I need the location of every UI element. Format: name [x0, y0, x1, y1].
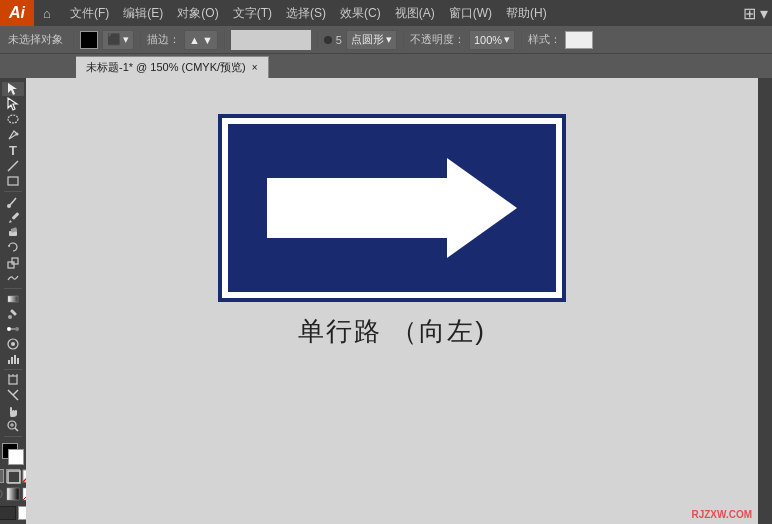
svg-point-6 [7, 204, 11, 208]
tool-slice[interactable] [2, 388, 24, 402]
style-swatch[interactable] [565, 31, 593, 49]
bg-color-swatch [8, 449, 24, 465]
opacity-val: 100% [474, 34, 502, 46]
tool-symbol[interactable] [2, 337, 24, 351]
svg-rect-14 [8, 296, 18, 302]
tool-eyedropper[interactable] [2, 307, 24, 321]
stroke-mode-icon[interactable] [6, 469, 20, 483]
tool-rotate[interactable] [2, 240, 24, 254]
stroke-up[interactable]: ▲ [189, 34, 200, 46]
options-toolbar: 未选择对象 ⬛ ▾ 描边： ▲ ▼ 5 点圆形 ▾ 不透明度： 100% ▾ 样… [0, 26, 772, 54]
svg-line-31 [13, 390, 18, 395]
sign-caption: 单行路 （向左) [298, 314, 486, 349]
canvas-area[interactable]: 单行路 （向左) RJZXW.COM [26, 78, 758, 524]
tool-type[interactable]: T [2, 143, 24, 158]
fill-bg-swatch[interactable] [2, 443, 24, 465]
toolbar-sep-5 [403, 31, 404, 49]
stroke-spin[interactable]: ▲ ▼ [184, 30, 218, 50]
menu-window[interactable]: 窗口(W) [443, 3, 498, 24]
svg-rect-23 [11, 357, 13, 364]
shape-chevron: ▾ [386, 33, 392, 46]
stroke-label: 描边： [147, 32, 180, 47]
fill-swatch[interactable] [80, 31, 98, 49]
left-toolbar: T [0, 78, 26, 524]
menu-help[interactable]: 帮助(H) [500, 3, 553, 24]
tool-rect[interactable] [2, 174, 24, 188]
fill-chevron: ▾ [123, 33, 129, 46]
svg-rect-22 [8, 360, 10, 364]
tool-artboard[interactable] [2, 373, 24, 387]
arrow-head [447, 158, 517, 258]
menu-bar: Ai ⌂ 文件(F) 编辑(E) 对象(O) 文字(T) 选择(S) 效果(C)… [0, 0, 772, 26]
watermark: RJZXW.COM [691, 509, 752, 520]
fill-mode-icon[interactable] [0, 469, 4, 483]
svg-rect-26 [9, 376, 17, 384]
menu-type[interactable]: 文字(T) [227, 3, 278, 24]
opacity-chevron: ▾ [504, 33, 510, 46]
app-logo: Ai [0, 0, 34, 26]
home-icon[interactable]: ⌂ [34, 0, 60, 26]
main-area: T [0, 78, 772, 524]
menu-effect[interactable]: 效果(C) [334, 3, 387, 24]
active-tab[interactable]: 未标题-1* @ 150% (CMYK/预览) × [76, 56, 269, 78]
svg-point-17 [7, 327, 11, 331]
tab-label: 未标题-1* @ 150% (CMYK/预览) [86, 60, 246, 75]
color-icon[interactable] [0, 487, 4, 501]
shape-dropdown[interactable]: 点圆形 ▾ [346, 30, 397, 50]
tool-direct-select[interactable] [2, 97, 24, 111]
tool-warp[interactable] [2, 271, 24, 285]
svg-marker-1 [8, 98, 17, 110]
tab-close-btn[interactable]: × [252, 62, 258, 73]
right-panel [758, 78, 772, 524]
tool-hand[interactable] [2, 403, 24, 417]
stroke-down[interactable]: ▼ [202, 34, 213, 46]
menu-view[interactable]: 视图(A) [389, 3, 441, 24]
tool-paintbrush[interactable] [2, 195, 24, 209]
arrow-shape [267, 158, 517, 258]
road-sign-board [222, 118, 562, 298]
menu-edit[interactable]: 编辑(E) [117, 3, 169, 24]
svg-point-3 [16, 132, 19, 135]
svg-rect-25 [17, 358, 19, 364]
menu-select[interactable]: 选择(S) [280, 3, 332, 24]
fill-dropdown[interactable]: ⬛ ▾ [102, 30, 134, 50]
tool-sep-3 [4, 369, 22, 370]
stroke-field[interactable] [231, 30, 311, 50]
tool-scale[interactable] [2, 256, 24, 270]
tool-select[interactable] [2, 82, 24, 96]
tool-pen[interactable] [2, 128, 24, 142]
menu-file[interactable]: 文件(F) [64, 3, 115, 24]
sign-container: 单行路 （向左) [222, 118, 562, 349]
tool-zoom[interactable] [2, 419, 24, 433]
tool-blend[interactable] [2, 322, 24, 336]
toolbar-sep-4 [317, 31, 318, 49]
svg-line-33 [15, 428, 18, 431]
tool-line[interactable] [2, 159, 24, 173]
tool-eraser[interactable] [2, 225, 24, 239]
color-sep [4, 436, 22, 437]
svg-rect-24 [14, 355, 16, 364]
svg-rect-13 [12, 258, 18, 264]
fill-icon: ⬛ [107, 33, 121, 46]
menu-object[interactable]: 对象(O) [171, 3, 224, 24]
black-swatch[interactable] [0, 506, 16, 520]
opacity-dropdown[interactable]: 100% ▾ [469, 30, 515, 50]
menu-right: ⊞ ▾ [743, 4, 772, 23]
svg-point-21 [11, 342, 15, 346]
toolbar-sep-1 [73, 31, 74, 49]
grid-icon[interactable]: ⊞ ▾ [743, 4, 768, 23]
gradient-mode-icon[interactable] [6, 487, 20, 501]
tool-graph[interactable] [2, 352, 24, 366]
selection-label: 未选择对象 [4, 32, 67, 47]
menu-items: 文件(F) 编辑(E) 对象(O) 文字(T) 选择(S) 效果(C) 视图(A… [60, 3, 557, 24]
tool-gradient[interactable] [2, 292, 24, 306]
tool-sep-2 [4, 288, 22, 289]
tool-pencil[interactable] [2, 210, 24, 224]
toolbar-sep-6 [521, 31, 522, 49]
opacity-label: 不透明度： [410, 32, 465, 47]
tool-lasso[interactable] [2, 112, 24, 126]
tool-sep-1 [4, 191, 22, 192]
svg-point-39 [0, 489, 2, 499]
svg-point-18 [15, 327, 19, 331]
svg-point-16 [8, 315, 12, 319]
